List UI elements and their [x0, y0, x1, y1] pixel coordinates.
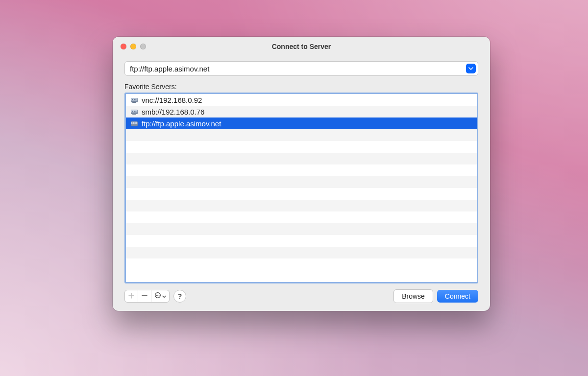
recent-servers-dropdown-button[interactable]	[466, 64, 476, 73]
favorite-server-row[interactable]: smb://192.168.0.76	[126, 106, 477, 118]
help-label: ?	[178, 292, 182, 300]
browse-button[interactable]: Browse	[393, 289, 433, 303]
svg-point-8	[132, 111, 133, 112]
favorite-server-row[interactable]: ftp://ftp.apple.asimov.net	[126, 118, 477, 129]
favorite-server-row[interactable]	[126, 235, 477, 247]
add-favorite-button[interactable]	[125, 290, 138, 302]
svg-point-3	[134, 99, 135, 100]
favorite-server-row[interactable]	[126, 129, 477, 141]
favorite-server-row[interactable]	[126, 212, 477, 223]
favorite-server-row[interactable]	[126, 141, 477, 153]
favorite-server-row[interactable]	[126, 153, 477, 164]
plus-icon	[128, 292, 134, 301]
footer-toolbar: ? Browse Connect	[124, 283, 478, 303]
favorite-servers-label: Favorite Servers:	[124, 83, 478, 91]
server-address-input[interactable]	[124, 61, 478, 76]
svg-point-20	[157, 295, 158, 296]
favorite-server-row[interactable]	[126, 164, 477, 176]
svg-point-9	[134, 111, 135, 112]
svg-point-21	[159, 295, 160, 296]
svg-point-2	[132, 99, 133, 100]
server-icon	[130, 119, 139, 128]
server-icon	[130, 95, 139, 104]
svg-point-10	[135, 111, 136, 112]
close-window-button[interactable]	[121, 44, 126, 49]
zoom-window-button[interactable]	[140, 44, 146, 49]
window-content: Favorite Servers: vnc://192.168.0.92smb:…	[113, 56, 490, 311]
favorite-server-row[interactable]	[126, 200, 477, 212]
favorite-server-url: vnc://192.168.0.92	[142, 96, 202, 104]
server-icon	[130, 107, 139, 116]
connect-button[interactable]: Connect	[437, 290, 478, 303]
favorite-server-row[interactable]	[126, 188, 477, 200]
svg-rect-5	[132, 102, 136, 103]
svg-point-14	[132, 122, 133, 123]
remove-favorite-button[interactable]	[138, 290, 151, 302]
svg-rect-17	[132, 126, 136, 126]
favorite-server-row[interactable]	[126, 176, 477, 188]
favorite-server-row[interactable]	[126, 247, 477, 258]
list-edit-segmented-control	[124, 290, 170, 303]
help-button[interactable]: ?	[173, 290, 186, 303]
minus-icon	[142, 292, 147, 301]
favorite-server-row[interactable]: vnc://192.168.0.92	[126, 94, 477, 106]
titlebar: Connect to Server	[113, 37, 490, 56]
favorite-servers-listbox[interactable]: vnc://192.168.0.92smb://192.168.0.76ftp:…	[124, 93, 478, 283]
svg-rect-11	[132, 114, 136, 115]
chevron-down-icon	[468, 66, 473, 71]
favorite-server-row[interactable]	[126, 223, 477, 235]
traffic-lights	[113, 44, 146, 49]
action-menu-button[interactable]	[151, 290, 169, 302]
svg-point-15	[134, 122, 135, 123]
favorite-server-url: smb://192.168.0.76	[142, 108, 204, 116]
svg-point-19	[156, 295, 157, 296]
server-address-field-wrap	[124, 61, 478, 76]
desktop-background: Connect to Server Favorite Servers: vnc:…	[0, 0, 588, 376]
connect-to-server-window: Connect to Server Favorite Servers: vnc:…	[113, 37, 490, 311]
svg-point-16	[135, 122, 136, 123]
window-title: Connect to Server	[113, 43, 490, 50]
favorite-server-url: ftp://ftp.apple.asimov.net	[142, 119, 221, 128]
svg-point-4	[135, 99, 136, 100]
chevron-down-icon	[162, 292, 166, 301]
minimize-window-button[interactable]	[130, 44, 136, 49]
ellipsis-circle-icon	[154, 292, 161, 301]
